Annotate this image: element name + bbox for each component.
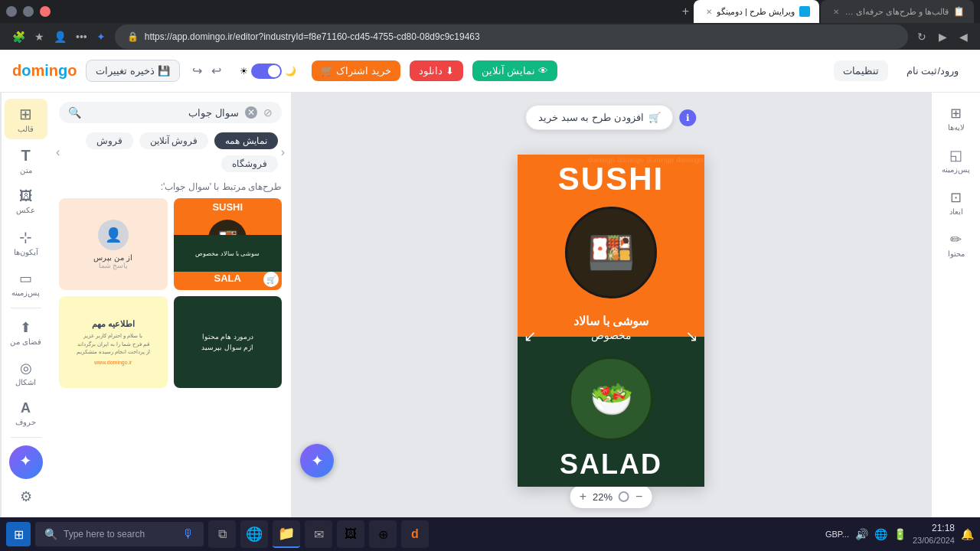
copilot-button[interactable]: ✦ (93, 28, 109, 46)
chip-show-all[interactable]: نمایش همه (214, 132, 277, 149)
sidebar-item-background[interactable]: ◱ پس‌زمینه (935, 141, 978, 180)
persian-sub-text: مخصوص (591, 329, 632, 341)
redo-button[interactable]: ↪ (189, 60, 205, 81)
filter-next-button[interactable]: › (56, 145, 60, 159)
start-button[interactable]: ⊞ (6, 522, 31, 546)
template-grid: SUSHI 🍱 سوشی با سالاد مخصوص SALA (50, 198, 291, 388)
settings-button[interactable]: تنظیمات (834, 60, 888, 81)
download-label: دانلود (419, 65, 443, 77)
template-card-1[interactable]: SUSHI 🍱 سوشی با سالاد مخصوص SALA (174, 198, 283, 290)
sidebar-item-content[interactable]: ✏ محتوا (935, 225, 978, 264)
sidebar-item-layers[interactable]: ⊞ لایه‌ها (935, 99, 978, 138)
pt-myspace[interactable]: ⬆ فضای من (5, 313, 47, 352)
address-bar[interactable]: 🔒 https://app.domingo.ir/editor?industry… (115, 24, 908, 49)
taskbar-domingo[interactable]: d (401, 520, 429, 548)
more-button[interactable]: ••• (73, 28, 90, 46)
back-button[interactable]: ◀ (956, 28, 971, 46)
taskbar-clock[interactable]: 21:18 23/06/2024 (913, 522, 955, 546)
pt-template[interactable]: ⊞ قالب (5, 99, 47, 139)
pt-shapes[interactable]: ◎ اشکال (5, 354, 47, 393)
text-icon: T (21, 147, 30, 165)
sidebar-content-label: محتوا (948, 249, 965, 258)
address-bar-row: ◀ ▶ ↻ 🔒 https://app.domingo.ir/editor?in… (0, 23, 980, 50)
new-tab-button[interactable]: + (679, 2, 692, 21)
layers-icon: ⊞ (950, 105, 962, 122)
taskbar-mail[interactable]: ✉ (305, 520, 332, 548)
taskbar-right: GBP... 🔊 🌐 🔋 21:18 23/06/2024 🔔 (825, 522, 974, 546)
taskbar-photos[interactable]: 🖼 (337, 520, 364, 548)
maximize-button[interactable] (23, 6, 34, 17)
taskbar-edge[interactable]: 🌐 (240, 520, 268, 548)
tab-2-icon (799, 6, 810, 17)
taskbar: ⊞ 🔍 Type here to search 🎙 ⧉ 🌐 📁 ✉ 🖼 ⊕ d (0, 517, 980, 551)
pt-fonts[interactable]: A حروف (5, 394, 47, 432)
notifications-icon[interactable]: 🔔 (961, 528, 974, 540)
chip-online-sale[interactable]: فروش آنلاین (139, 132, 208, 149)
template-card-3[interactable]: درمورد هام محتواازم سوال بپرسید (174, 296, 283, 388)
x-icon[interactable]: ✕ (245, 106, 257, 119)
template-3-text: درمورد هام محتواازم سوال بپرسید (201, 331, 253, 354)
section-title-text: طرح‌های مرتبط با 'سوال جواب': (161, 181, 282, 192)
settings-label: تنظیمات (843, 65, 879, 77)
zoom-out-button[interactable]: − (635, 490, 642, 504)
extensions-button[interactable]: 🧩 (9, 28, 28, 46)
taskbar-chrome[interactable]: ⊕ (369, 520, 397, 548)
save-button[interactable]: 💾 ذخیره تغییرات (86, 60, 180, 82)
filter-prev-button[interactable]: ‹ (281, 145, 285, 159)
template-card-4[interactable]: اطلاعیه مهم با سلام و احترام کاربر عزیزق… (59, 296, 168, 388)
refresh-button[interactable]: ↻ (914, 28, 929, 46)
pt-myspace-label: فضای من (10, 337, 41, 346)
tab-1-close[interactable]: ✕ (833, 8, 839, 16)
domingo-icon: d (411, 527, 419, 541)
filter-icon[interactable]: ⊘ (263, 106, 273, 119)
search-bar: ⊘ ✕ 🔍 (59, 102, 282, 123)
zoom-indicator (619, 491, 629, 502)
background-icon: ◱ (949, 147, 962, 164)
chip-sale[interactable]: فروش (86, 132, 133, 149)
pt-background[interactable]: ▭ پس‌زمینه (5, 264, 47, 303)
network-icon[interactable]: 🌐 (874, 528, 887, 540)
tab-2[interactable]: ویرایش طرح | دومینگو ✕ (694, 0, 819, 23)
pt-separator-2 (11, 437, 41, 438)
template-card-2[interactable]: 👤 از من بپرس پاسخ شما (59, 198, 168, 290)
pt-template-label: قالب (18, 125, 34, 133)
taskbar-search[interactable]: 🔍 Type here to search 🎙 (35, 522, 204, 546)
pt-settings[interactable]: ⚙ (5, 482, 47, 511)
magic-button[interactable]: ✦ (300, 444, 334, 478)
login-button[interactable]: ورود/ثبت نام (897, 60, 968, 81)
pt-photo[interactable]: 🖼 عکس (5, 182, 47, 220)
close-button[interactable] (40, 6, 51, 17)
template-4-body: با سلام و احترام کاربر عزیزقم فرح شما را… (77, 332, 150, 357)
search-input[interactable] (87, 107, 239, 119)
tab-2-close[interactable]: ✕ (706, 8, 712, 16)
forward-button[interactable]: ▶ (936, 28, 950, 46)
sushi-food-image: 🍱 (587, 230, 635, 275)
show-online-button[interactable]: 👁 نمایش آنلاین (472, 60, 558, 81)
tab-1[interactable]: 📋 قالب‌ها و طرح‌های حرفه‌ای و رایگار ✕ (821, 0, 974, 23)
pt-text[interactable]: T متن (5, 141, 47, 181)
photo-icon: 🖼 (19, 188, 33, 204)
pt-icons[interactable]: ⊹ آیکون‌ها (5, 222, 47, 262)
pt-magic[interactable]: ✦ (9, 445, 43, 479)
chip-store[interactable]: فروشگاه (221, 155, 278, 172)
profile-button[interactable]: 👤 (51, 28, 70, 46)
undo-button[interactable]: ↩ (208, 60, 224, 81)
tab-bar: 📋 قالب‌ها و طرح‌های حرفه‌ای و رایگار ✕ و… (0, 0, 980, 23)
buy-icon: 🛒 (321, 65, 333, 77)
template-1-cart-icon: 🛒 (263, 272, 279, 287)
clock-date: 23/06/2024 (913, 535, 955, 546)
filter-nav: ‹ نمایش همه فروش آنلاین فروش فروشگاه › (50, 132, 291, 178)
pt-text-label: متن (20, 166, 32, 174)
download-button[interactable]: ⬇ دانلود (410, 60, 463, 81)
add-to-cart-button[interactable]: 🛒 افزودن طرح به سبد خرید (525, 105, 673, 130)
mail-icon: ✉ (314, 527, 324, 542)
taskbar-explorer[interactable]: 📁 (273, 520, 300, 548)
taskbar-taskview[interactable]: ⧉ (208, 520, 236, 548)
theme-toggle[interactable]: 🌙 ☀ (240, 64, 296, 79)
favorites-button[interactable]: ★ (31, 28, 47, 46)
zoom-in-button[interactable]: + (580, 490, 586, 504)
volume-icon[interactable]: 🔊 (855, 528, 868, 540)
buy-button[interactable]: خرید اشتراک 🛒 (312, 60, 400, 81)
sidebar-item-dimensions[interactable]: ⊡ ابعاد (935, 183, 978, 222)
minimize-button[interactable] (6, 6, 17, 17)
